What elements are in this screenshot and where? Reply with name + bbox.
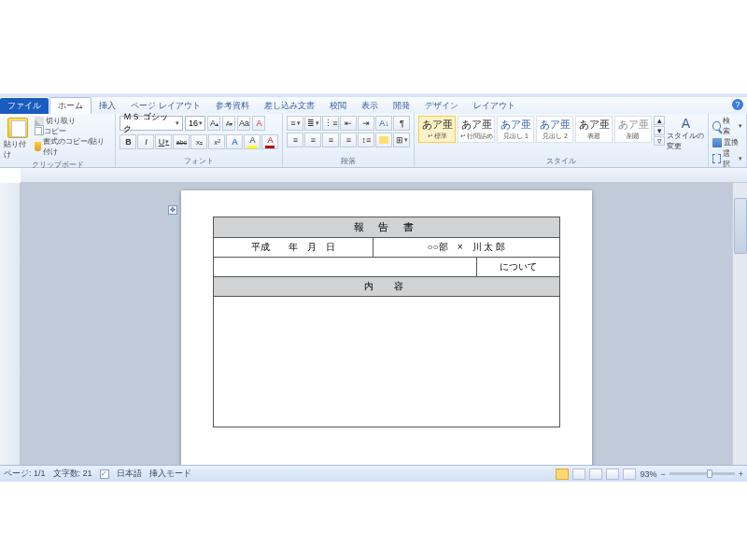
report-about-cell[interactable]: について	[476, 258, 559, 277]
borders-button[interactable]: ⊞▾	[393, 133, 410, 147]
change-case-button[interactable]: Aa	[237, 116, 250, 131]
view-draft[interactable]	[623, 469, 636, 480]
cut-icon	[35, 117, 44, 126]
style-more[interactable]: ▿	[654, 136, 665, 146]
style-normal[interactable]: あア亜↵ 標準	[418, 116, 456, 143]
vertical-ruler[interactable]	[0, 183, 21, 482]
line-spacing-button[interactable]: ↕≡	[358, 133, 374, 147]
tab-review[interactable]: 校閲	[322, 98, 354, 114]
status-proofing-icon[interactable]: ✓	[100, 469, 109, 479]
underline-button[interactable]: U▾	[155, 134, 172, 149]
paste-icon	[7, 118, 28, 138]
align-center-button[interactable]: ≡	[304, 133, 321, 147]
indent-inc-button[interactable]: ⇥	[358, 116, 374, 131]
report-content-header[interactable]: 内 容	[214, 277, 560, 297]
tab-view[interactable]: 表示	[354, 98, 386, 114]
font-color-button[interactable]: A	[261, 134, 278, 149]
italic-button[interactable]: I	[137, 134, 154, 149]
scrollbar-thumb[interactable]	[734, 198, 747, 254]
style-nospacing[interactable]: あア亜↵ 行間詰め	[458, 116, 495, 143]
zoom-slider[interactable]	[669, 472, 735, 475]
find-button[interactable]: 検索▾	[712, 116, 742, 136]
report-date-cell[interactable]: 平成 年 月 日	[214, 238, 374, 258]
superscript-button[interactable]: x²	[208, 134, 225, 149]
view-fullscreen[interactable]	[572, 469, 585, 480]
document-canvas[interactable]: ✥ 報 告 書 平成 年 月 日 ○○部 × 川 太 郎 について 内 容	[21, 183, 747, 482]
status-bar: ページ: 1/1 文字数: 21 ✓ 日本語 挿入モード 93% − +	[0, 465, 747, 482]
brush-icon	[35, 142, 41, 151]
horizontal-ruler[interactable]	[21, 168, 747, 183]
shrink-font-button[interactable]: A▾	[222, 116, 235, 131]
status-words[interactable]: 文字数: 21	[53, 468, 92, 480]
report-table[interactable]: 報 告 書 平成 年 月 日 ○○部 × 川 太 郎 について 内 容	[213, 217, 560, 427]
style-subtitle[interactable]: あア亜副題	[614, 116, 652, 143]
style-scroll-down[interactable]: ▾	[654, 126, 665, 135]
style-title[interactable]: あア亜表題	[575, 116, 613, 143]
style-scroll-up[interactable]: ▴	[654, 116, 665, 125]
align-right-button[interactable]: ≡	[322, 133, 339, 147]
ribbon: 貼り付け 切り取り コピー 書式のコピー/貼り付け クリップボード ＭＳ ゴシッ…	[0, 114, 747, 168]
status-insertmode[interactable]: 挿入モード	[149, 468, 191, 480]
cut-button[interactable]: 切り取り	[35, 116, 112, 126]
change-styles-button[interactable]: A スタイルの変更	[667, 116, 704, 151]
tab-design[interactable]: デザイン	[417, 98, 466, 114]
group-label: 段落	[287, 156, 410, 167]
numbering-button[interactable]: ≣▾	[304, 116, 321, 131]
group-clipboard: 貼り付け 切り取り コピー 書式のコピー/貼り付け クリップボード	[0, 114, 116, 167]
style-heading1[interactable]: あア亜見出し 1	[497, 116, 534, 143]
select-button[interactable]: 選択▾	[712, 148, 742, 169]
find-icon	[712, 121, 721, 131]
bullets-button[interactable]: ≡▾	[287, 116, 303, 131]
clear-format-button[interactable]: A	[252, 116, 265, 131]
copy-icon	[35, 127, 42, 135]
view-web[interactable]	[589, 469, 602, 480]
subscript-button[interactable]: x₂	[190, 134, 207, 149]
multilevel-button[interactable]: ⋮≡	[322, 116, 339, 131]
status-language[interactable]: 日本語	[117, 468, 142, 480]
font-size-select[interactable]: 16▾	[185, 116, 205, 131]
indent-dec-button[interactable]: ⇤	[340, 116, 357, 131]
replace-icon	[712, 138, 722, 147]
group-styles: あア亜↵ 標準 あア亜↵ 行間詰め あア亜見出し 1 あア亜見出し 2 あア亜表…	[415, 114, 709, 167]
tab-home[interactable]: ホーム	[49, 97, 92, 114]
text-effects-button[interactable]: A	[226, 134, 243, 149]
zoom-in-button[interactable]: +	[739, 469, 743, 479]
zoom-level[interactable]: 93%	[640, 469, 656, 479]
group-editing: 検索▾ 置換 選択▾ 編集	[709, 114, 747, 167]
tab-file[interactable]: ファイル	[0, 98, 49, 114]
report-content-cell[interactable]	[214, 297, 560, 427]
document-page[interactable]: 報 告 書 平成 年 月 日 ○○部 × 川 太 郎 について 内 容	[181, 190, 592, 482]
zoom-out-button[interactable]: −	[660, 469, 665, 479]
tab-insert[interactable]: 挿入	[92, 98, 123, 114]
format-painter-button[interactable]: 書式のコピー/貼り付け	[35, 136, 112, 157]
style-heading2[interactable]: あア亜見出し 2	[536, 116, 573, 143]
help-icon[interactable]: ?	[732, 99, 743, 110]
align-left-button[interactable]: ≡	[287, 133, 303, 147]
report-title-cell[interactable]: 報 告 書	[214, 217, 560, 238]
paste-button[interactable]: 貼り付け	[4, 116, 33, 160]
tab-mailings[interactable]: 差し込み文書	[257, 98, 322, 114]
bold-button[interactable]: B	[120, 134, 136, 149]
highlight-button[interactable]: A	[244, 134, 261, 149]
font-name-select[interactable]: ＭＳ ゴシック▾	[120, 116, 183, 131]
report-author-cell[interactable]: ○○部 × 川 太 郎	[373, 238, 559, 258]
status-page[interactable]: ページ: 1/1	[4, 468, 46, 480]
sort-button[interactable]: A↓	[375, 116, 392, 131]
report-subject-cell[interactable]	[214, 258, 477, 277]
strike-button[interactable]: abc	[173, 134, 190, 149]
tab-layout[interactable]: レイアウト	[466, 98, 523, 114]
select-icon	[712, 154, 721, 163]
grow-font-button[interactable]: A▴	[207, 116, 220, 131]
tab-developer[interactable]: 開発	[386, 98, 417, 114]
show-marks-button[interactable]: ¶	[393, 116, 410, 131]
justify-button[interactable]: ≡	[340, 133, 357, 147]
tab-references[interactable]: 参考資料	[208, 98, 257, 114]
view-print-layout[interactable]	[556, 469, 569, 480]
zoom-slider-thumb[interactable]	[707, 469, 712, 478]
shading-button[interactable]	[375, 133, 392, 147]
vertical-scrollbar[interactable]	[732, 183, 747, 482]
view-outline[interactable]	[606, 469, 619, 480]
table-anchor-icon[interactable]: ✥	[168, 205, 177, 215]
copy-button[interactable]: コピー	[35, 126, 112, 136]
replace-button[interactable]: 置換	[712, 137, 742, 147]
